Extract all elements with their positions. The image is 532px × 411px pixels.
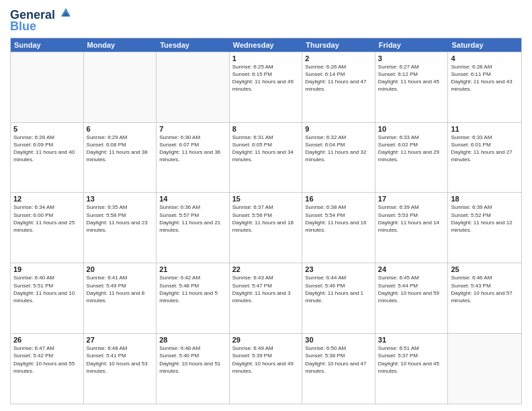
day-number: 24 [378,265,445,273]
cell-info: Sunrise: 6:28 AM Sunset: 6:11 PM Dayligh… [451,63,519,93]
day-number: 1 [232,54,300,62]
cell-info: Sunrise: 6:37 AM Sunset: 5:56 PM Dayligh… [232,203,300,234]
day-cell-31: 31Sunrise: 6:51 AM Sunset: 5:37 PM Dayli… [375,334,449,404]
day-of-week-monday: Monday [84,38,157,52]
cell-info: Sunrise: 6:34 AM Sunset: 6:00 PM Dayligh… [13,203,81,234]
cell-info: Sunrise: 6:39 AM Sunset: 5:52 PM Dayligh… [451,203,519,234]
day-number: 23 [305,265,372,273]
cell-info: Sunrise: 6:47 AM Sunset: 5:42 PM Dayligh… [13,345,81,375]
day-cell-14: 14Sunrise: 6:36 AM Sunset: 5:57 PM Dayli… [157,193,230,263]
empty-cell-4-6 [448,334,521,404]
day-number: 3 [378,54,445,62]
day-cell-7: 7Sunrise: 6:30 AM Sunset: 6:07 PM Daylig… [157,123,230,193]
day-number: 8 [232,125,300,133]
day-number: 10 [378,125,445,133]
day-number: 17 [378,195,445,203]
cell-info: Sunrise: 6:33 AM Sunset: 6:02 PM Dayligh… [378,134,445,164]
cell-info: Sunrise: 6:44 AM Sunset: 5:46 PM Dayligh… [305,274,372,304]
day-number: 30 [305,336,372,344]
day-cell-29: 29Sunrise: 6:49 AM Sunset: 5:39 PM Dayli… [230,334,303,404]
day-cell-16: 16Sunrise: 6:38 AM Sunset: 5:54 PM Dayli… [302,193,375,263]
day-cell-1: 1Sunrise: 6:25 AM Sunset: 6:15 PM Daylig… [230,52,303,122]
cell-info: Sunrise: 6:48 AM Sunset: 5:41 PM Dayligh… [87,345,154,375]
cell-info: Sunrise: 6:32 AM Sunset: 6:04 PM Dayligh… [305,134,372,164]
cell-info: Sunrise: 6:48 AM Sunset: 5:40 PM Dayligh… [159,345,226,375]
day-number: 22 [232,265,300,273]
day-of-week-thursday: Thursday [302,38,375,52]
day-number: 2 [305,54,372,62]
day-cell-15: 15Sunrise: 6:37 AM Sunset: 5:56 PM Dayli… [230,193,303,263]
day-cell-21: 21Sunrise: 6:42 AM Sunset: 5:48 PM Dayli… [157,263,230,333]
cell-info: Sunrise: 6:43 AM Sunset: 5:47 PM Dayligh… [232,274,300,304]
day-of-week-friday: Friday [375,38,449,52]
calendar-page: General Blue SundayMondayTuesdayWednesda… [0,0,532,411]
cell-info: Sunrise: 6:46 AM Sunset: 5:43 PM Dayligh… [451,274,519,304]
day-cell-12: 12Sunrise: 6:34 AM Sunset: 6:00 PM Dayli… [11,193,84,263]
empty-cell-0-2 [157,52,230,122]
cell-info: Sunrise: 6:38 AM Sunset: 5:54 PM Dayligh… [305,203,372,234]
day-number: 26 [13,336,81,344]
day-cell-20: 20Sunrise: 6:41 AM Sunset: 5:49 PM Dayli… [84,263,157,333]
day-number: 11 [451,125,519,133]
cell-info: Sunrise: 6:50 AM Sunset: 5:38 PM Dayligh… [305,345,372,375]
day-number: 7 [159,125,226,133]
day-cell-3: 3Sunrise: 6:27 AM Sunset: 6:12 PM Daylig… [375,52,449,122]
day-number: 28 [159,336,226,344]
empty-cell-0-1 [84,52,157,122]
day-cell-8: 8Sunrise: 6:31 AM Sunset: 6:05 PM Daylig… [230,123,303,193]
day-cell-10: 10Sunrise: 6:33 AM Sunset: 6:02 PM Dayli… [375,123,449,193]
calendar-row-0: 1Sunrise: 6:25 AM Sunset: 6:15 PM Daylig… [11,52,521,122]
day-of-week-saturday: Saturday [448,38,521,52]
day-number: 20 [87,265,154,273]
day-cell-4: 4Sunrise: 6:28 AM Sunset: 6:11 PM Daylig… [448,52,521,122]
day-cell-26: 26Sunrise: 6:47 AM Sunset: 5:42 PM Dayli… [11,334,84,404]
day-number: 15 [232,195,300,203]
calendar-body: 1Sunrise: 6:25 AM Sunset: 6:15 PM Daylig… [11,52,521,404]
cell-info: Sunrise: 6:49 AM Sunset: 5:39 PM Dayligh… [232,345,300,375]
cell-info: Sunrise: 6:41 AM Sunset: 5:49 PM Dayligh… [87,274,154,304]
calendar: SundayMondayTuesdayWednesdayThursdayFrid… [10,38,522,404]
day-of-week-tuesday: Tuesday [157,38,230,52]
calendar-row-1: 5Sunrise: 6:28 AM Sunset: 6:09 PM Daylig… [11,122,521,193]
cell-info: Sunrise: 6:26 AM Sunset: 6:14 PM Dayligh… [305,63,372,93]
day-cell-30: 30Sunrise: 6:50 AM Sunset: 5:38 PM Dayli… [302,334,375,404]
cell-info: Sunrise: 6:27 AM Sunset: 6:12 PM Dayligh… [378,63,445,93]
day-number: 25 [451,265,519,273]
day-cell-9: 9Sunrise: 6:32 AM Sunset: 6:04 PM Daylig… [302,123,375,193]
day-number: 14 [159,195,226,203]
cell-info: Sunrise: 6:36 AM Sunset: 5:57 PM Dayligh… [159,203,226,234]
cell-info: Sunrise: 6:29 AM Sunset: 6:08 PM Dayligh… [87,134,154,164]
day-cell-27: 27Sunrise: 6:48 AM Sunset: 5:41 PM Dayli… [84,334,157,404]
day-number: 12 [13,195,81,203]
day-number: 4 [451,54,519,62]
cell-info: Sunrise: 6:33 AM Sunset: 6:01 PM Dayligh… [451,134,519,164]
cell-info: Sunrise: 6:40 AM Sunset: 5:51 PM Dayligh… [13,274,81,304]
calendar-row-4: 26Sunrise: 6:47 AM Sunset: 5:42 PM Dayli… [11,333,521,404]
day-number: 21 [159,265,226,273]
day-cell-19: 19Sunrise: 6:40 AM Sunset: 5:51 PM Dayli… [11,263,84,333]
cell-info: Sunrise: 6:45 AM Sunset: 5:44 PM Dayligh… [378,274,445,304]
day-cell-22: 22Sunrise: 6:43 AM Sunset: 5:47 PM Dayli… [230,263,303,333]
day-number: 27 [87,336,154,344]
day-cell-28: 28Sunrise: 6:48 AM Sunset: 5:40 PM Dayli… [157,334,230,404]
day-cell-6: 6Sunrise: 6:29 AM Sunset: 6:08 PM Daylig… [84,123,157,193]
day-number: 31 [378,336,445,344]
cell-info: Sunrise: 6:35 AM Sunset: 5:58 PM Dayligh… [87,203,154,234]
calendar-row-3: 19Sunrise: 6:40 AM Sunset: 5:51 PM Dayli… [11,263,521,333]
cell-info: Sunrise: 6:30 AM Sunset: 6:07 PM Dayligh… [159,134,226,164]
cell-info: Sunrise: 6:42 AM Sunset: 5:48 PM Dayligh… [159,274,226,304]
day-of-week-sunday: Sunday [11,38,84,52]
day-cell-5: 5Sunrise: 6:28 AM Sunset: 6:09 PM Daylig… [11,123,84,193]
day-number: 19 [13,265,81,273]
day-cell-25: 25Sunrise: 6:46 AM Sunset: 5:43 PM Dayli… [448,263,521,333]
day-number: 6 [87,125,154,133]
calendar-header: SundayMondayTuesdayWednesdayThursdayFrid… [11,38,521,52]
day-of-week-wednesday: Wednesday [230,38,303,52]
day-number: 16 [305,195,372,203]
day-cell-23: 23Sunrise: 6:44 AM Sunset: 5:46 PM Dayli… [302,263,375,333]
day-cell-11: 11Sunrise: 6:33 AM Sunset: 6:01 PM Dayli… [448,123,521,193]
cell-info: Sunrise: 6:25 AM Sunset: 6:15 PM Dayligh… [232,63,300,93]
day-number: 9 [305,125,372,133]
day-cell-2: 2Sunrise: 6:26 AM Sunset: 6:14 PM Daylig… [302,52,375,122]
page-header: General Blue [10,7,522,34]
